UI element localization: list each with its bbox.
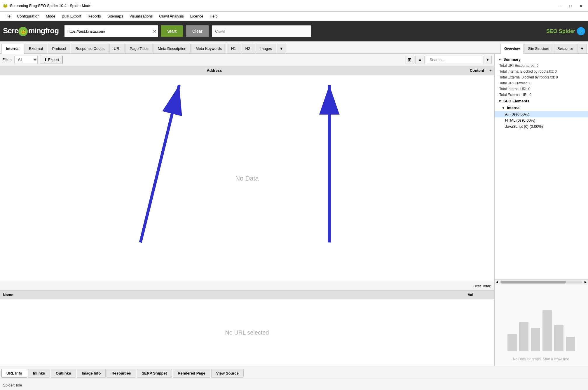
bottom-tab-outlinks[interactable]: Outlinks — [51, 369, 76, 378]
right-tab-overview[interactable]: Overview — [500, 44, 524, 54]
internal-collapse-icon: ▼ — [502, 106, 506, 110]
graph-bar-3 — [531, 328, 540, 351]
table-header: Address Content + — [0, 66, 494, 75]
right-tab-response[interactable]: Response — [554, 44, 577, 53]
close-button[interactable]: ✕ — [577, 3, 585, 9]
title-bar: 🐸 Screaming Frog SEO Spider 10.4 - Spide… — [0, 0, 588, 12]
crawl-input[interactable] — [212, 25, 311, 37]
scrollbar-thumb[interactable] — [500, 281, 566, 284]
internal-toggle[interactable]: ▼ Internal — [495, 104, 588, 111]
filter-select[interactable]: All — [14, 56, 38, 64]
menu-configuration[interactable]: Configuration — [14, 13, 42, 20]
url-clear-button[interactable]: ✕ — [153, 29, 156, 34]
main-tab-bar: Internal External Protocol Response Code… — [0, 41, 588, 54]
minimize-button[interactable]: ─ — [556, 3, 564, 9]
data-area: No Data — [0, 75, 494, 282]
search-input[interactable] — [427, 56, 481, 64]
bottom-tab-resources[interactable]: Resources — [107, 369, 136, 378]
tab-uri[interactable]: URI — [109, 44, 125, 53]
internal-javascript-item[interactable]: JavaScript (0) (0.00%) — [495, 123, 588, 130]
scrollbar-track — [500, 281, 582, 284]
summary-collapse-icon: ▼ — [498, 57, 502, 62]
title-bar-controls: ─ □ ✕ — [556, 3, 585, 9]
add-column-button[interactable]: + — [487, 68, 494, 73]
search-dropdown-button[interactable]: ▼ — [484, 56, 492, 64]
tab-internal[interactable]: Internal — [1, 44, 24, 54]
tab-external[interactable]: External — [25, 44, 47, 53]
right-tab-site-structure[interactable]: Site Structure — [524, 44, 553, 53]
tree-view-button[interactable]: ⊞ — [405, 56, 414, 64]
twitter-icon[interactable]: 🐦 — [577, 27, 585, 35]
bottom-tab-image-info[interactable]: Image Info — [77, 369, 106, 378]
menu-visualisations[interactable]: Visualisations — [127, 13, 156, 20]
clear-button[interactable]: Clear — [186, 25, 209, 37]
summary-internal-blocked: Total Internal Blocked by robots.txt: 0 — [495, 69, 588, 74]
bottom-tab-bar: URL Info Inlinks Outlinks Image Info Res… — [0, 366, 588, 380]
menu-help[interactable]: Help — [207, 13, 221, 20]
filter-bar: Filter: All ⬆ Export ⊞ ≡ ▼ — [0, 54, 494, 66]
seo-elements-collapse-icon: ▼ — [498, 99, 502, 103]
no-url-label: No URL selected — [225, 329, 269, 336]
graph-bar-4 — [542, 310, 552, 351]
bottom-tab-serp-snippet[interactable]: SERP Snippet — [137, 369, 172, 378]
scroll-left-button[interactable]: ◀ — [495, 280, 499, 284]
summary-toggle[interactable]: ▼ Summary — [495, 56, 588, 63]
seo-elements-toggle[interactable]: ▼ SEO Elements — [495, 98, 588, 104]
bottom-tab-inlinks[interactable]: Inlinks — [28, 369, 50, 378]
tab-meta-keywords[interactable]: Meta Keywords — [191, 44, 226, 53]
logo-frog-icon: 🐸 — [18, 27, 28, 36]
export-button[interactable]: ⬆ Export — [40, 56, 63, 64]
seo-spider-label: SEO Spider — [546, 28, 575, 34]
title-bar-left: 🐸 Screaming Frog SEO Spider 10.4 - Spide… — [3, 4, 91, 8]
tab-page-titles[interactable]: Page Titles — [125, 44, 153, 53]
graph-bars — [505, 296, 578, 354]
left-panel: Filter: All ⬆ Export ⊞ ≡ ▼ Address Conte… — [0, 54, 495, 366]
internal-html-item[interactable]: HTML (0) (0.00%) — [495, 117, 588, 123]
menu-bulk-export[interactable]: Bulk Export — [59, 13, 84, 20]
bottom-tab-rendered-page[interactable]: Rendered Page — [173, 369, 210, 378]
graph-bar-6 — [566, 337, 575, 351]
seo-spider-badge: SEO Spider 🐦 — [546, 27, 585, 35]
graph-bar-1 — [507, 334, 517, 351]
right-content: ▼ Summary Total URI Encountered: 0 Total… — [495, 54, 588, 279]
filter-label: Filter: — [2, 57, 12, 62]
summary-total-crawled: Total URI Crawled: 0 — [495, 80, 588, 86]
right-panel: ▼ Summary Total URI Encountered: 0 Total… — [495, 54, 588, 366]
url-input[interactable] — [64, 25, 158, 37]
maximize-button[interactable]: □ — [566, 3, 575, 9]
lower-table-header: Name Val — [0, 291, 494, 299]
menu-crawl-analysis[interactable]: Crawl Analysis — [156, 13, 187, 20]
scroll-right-button[interactable]: ▶ — [583, 280, 588, 284]
bottom-tab-url-info[interactable]: URL Info — [1, 369, 27, 378]
lower-panel: Name Val No URL selected — [0, 290, 494, 366]
bottom-tab-view-source[interactable]: View Source — [211, 369, 244, 378]
filter-total-bar: Filter Total: — [0, 282, 494, 290]
menu-licence[interactable]: Licence — [187, 13, 206, 20]
filter-total-label: Filter Total: — [473, 284, 491, 288]
tab-response-codes[interactable]: Response Codes — [71, 44, 109, 53]
tab-meta-description[interactable]: Meta Description — [153, 44, 191, 53]
no-data-label: No Data — [235, 175, 259, 182]
menu-mode[interactable]: Mode — [43, 13, 58, 20]
right-tab-more-button[interactable]: ▼ — [577, 44, 587, 53]
menu-reports[interactable]: Reports — [85, 13, 104, 20]
internal-label: Internal — [507, 106, 521, 110]
tab-images[interactable]: Images — [255, 44, 276, 53]
status-text: Spider: Idle — [3, 383, 22, 387]
menu-bar: File Configuration Mode Bulk Export Repo… — [0, 12, 588, 21]
window-title: Screaming Frog SEO Spider 10.4 - Spider … — [10, 4, 91, 8]
app-icon: 🐸 — [3, 4, 8, 8]
internal-all-item[interactable]: All (0) (0.00%) — [495, 111, 588, 117]
menu-file[interactable]: File — [1, 13, 13, 20]
tab-h2[interactable]: H2 — [241, 44, 255, 53]
menu-sitemaps[interactable]: Sitemaps — [104, 13, 126, 20]
graph-caption: No Data for graph. Start a crawl first. — [513, 357, 570, 361]
name-column-header: Name — [0, 293, 465, 297]
tab-h1[interactable]: H1 — [227, 44, 240, 53]
start-button[interactable]: Start — [161, 25, 183, 37]
logo-text: Scre🐸mingfrog — [3, 26, 59, 36]
tab-protocol[interactable]: Protocol — [48, 44, 71, 53]
right-horizontal-scrollbar[interactable]: ◀ ▶ — [495, 279, 588, 284]
tab-more-button[interactable]: ▼ — [277, 44, 286, 53]
list-view-button[interactable]: ≡ — [415, 56, 425, 64]
